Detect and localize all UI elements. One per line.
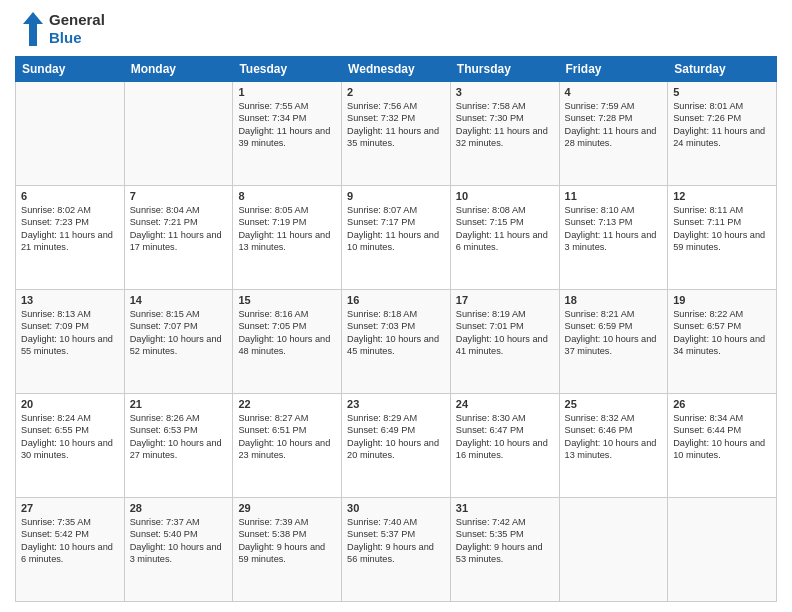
calendar-cell <box>16 82 125 186</box>
cell-text: Sunrise: 8:32 AM Sunset: 6:46 PM Dayligh… <box>565 412 663 462</box>
day-number: 20 <box>21 398 119 410</box>
logo-blue: Blue <box>49 29 105 47</box>
logo: General Blue <box>15 10 105 48</box>
calendar-cell: 13Sunrise: 8:13 AM Sunset: 7:09 PM Dayli… <box>16 290 125 394</box>
calendar-page: General Blue SundayMondayTuesdayWednesda… <box>0 0 792 612</box>
day-number: 19 <box>673 294 771 306</box>
cell-text: Sunrise: 7:42 AM Sunset: 5:35 PM Dayligh… <box>456 516 554 566</box>
day-number: 16 <box>347 294 445 306</box>
day-number: 18 <box>565 294 663 306</box>
cell-text: Sunrise: 8:15 AM Sunset: 7:07 PM Dayligh… <box>130 308 228 358</box>
cell-text: Sunrise: 7:35 AM Sunset: 5:42 PM Dayligh… <box>21 516 119 566</box>
weekday-header-wednesday: Wednesday <box>342 57 451 82</box>
cell-text: Sunrise: 8:34 AM Sunset: 6:44 PM Dayligh… <box>673 412 771 462</box>
weekday-header-tuesday: Tuesday <box>233 57 342 82</box>
calendar-cell: 7Sunrise: 8:04 AM Sunset: 7:21 PM Daylig… <box>124 186 233 290</box>
weekday-header-saturday: Saturday <box>668 57 777 82</box>
calendar-cell: 15Sunrise: 8:16 AM Sunset: 7:05 PM Dayli… <box>233 290 342 394</box>
calendar-cell: 2Sunrise: 7:56 AM Sunset: 7:32 PM Daylig… <box>342 82 451 186</box>
calendar-cell: 8Sunrise: 8:05 AM Sunset: 7:19 PM Daylig… <box>233 186 342 290</box>
day-number: 7 <box>130 190 228 202</box>
calendar-cell: 27Sunrise: 7:35 AM Sunset: 5:42 PM Dayli… <box>16 498 125 602</box>
cell-text: Sunrise: 8:05 AM Sunset: 7:19 PM Dayligh… <box>238 204 336 254</box>
svg-marker-0 <box>23 12 43 46</box>
calendar-cell: 23Sunrise: 8:29 AM Sunset: 6:49 PM Dayli… <box>342 394 451 498</box>
cell-text: Sunrise: 7:37 AM Sunset: 5:40 PM Dayligh… <box>130 516 228 566</box>
cell-text: Sunrise: 8:29 AM Sunset: 6:49 PM Dayligh… <box>347 412 445 462</box>
cell-text: Sunrise: 8:08 AM Sunset: 7:15 PM Dayligh… <box>456 204 554 254</box>
weekday-header-friday: Friday <box>559 57 668 82</box>
calendar-cell: 25Sunrise: 8:32 AM Sunset: 6:46 PM Dayli… <box>559 394 668 498</box>
cell-text: Sunrise: 7:40 AM Sunset: 5:37 PM Dayligh… <box>347 516 445 566</box>
cell-text: Sunrise: 7:58 AM Sunset: 7:30 PM Dayligh… <box>456 100 554 150</box>
cell-text: Sunrise: 7:56 AM Sunset: 7:32 PM Dayligh… <box>347 100 445 150</box>
day-number: 17 <box>456 294 554 306</box>
cell-text: Sunrise: 8:04 AM Sunset: 7:21 PM Dayligh… <box>130 204 228 254</box>
cell-text: Sunrise: 8:01 AM Sunset: 7:26 PM Dayligh… <box>673 100 771 150</box>
day-number: 2 <box>347 86 445 98</box>
cell-text: Sunrise: 8:18 AM Sunset: 7:03 PM Dayligh… <box>347 308 445 358</box>
day-number: 27 <box>21 502 119 514</box>
cell-text: Sunrise: 8:27 AM Sunset: 6:51 PM Dayligh… <box>238 412 336 462</box>
logo-bird-icon <box>15 10 45 48</box>
cell-text: Sunrise: 8:21 AM Sunset: 6:59 PM Dayligh… <box>565 308 663 358</box>
day-number: 9 <box>347 190 445 202</box>
cell-text: Sunrise: 7:55 AM Sunset: 7:34 PM Dayligh… <box>238 100 336 150</box>
calendar-cell: 20Sunrise: 8:24 AM Sunset: 6:55 PM Dayli… <box>16 394 125 498</box>
cell-text: Sunrise: 8:07 AM Sunset: 7:17 PM Dayligh… <box>347 204 445 254</box>
calendar-cell: 10Sunrise: 8:08 AM Sunset: 7:15 PM Dayli… <box>450 186 559 290</box>
week-row-3: 13Sunrise: 8:13 AM Sunset: 7:09 PM Dayli… <box>16 290 777 394</box>
calendar-cell: 1Sunrise: 7:55 AM Sunset: 7:34 PM Daylig… <box>233 82 342 186</box>
calendar-cell: 19Sunrise: 8:22 AM Sunset: 6:57 PM Dayli… <box>668 290 777 394</box>
day-number: 26 <box>673 398 771 410</box>
calendar-cell: 17Sunrise: 8:19 AM Sunset: 7:01 PM Dayli… <box>450 290 559 394</box>
calendar-table: SundayMondayTuesdayWednesdayThursdayFrid… <box>15 56 777 602</box>
calendar-cell: 29Sunrise: 7:39 AM Sunset: 5:38 PM Dayli… <box>233 498 342 602</box>
logo-general: General <box>49 11 105 29</box>
cell-text: Sunrise: 8:26 AM Sunset: 6:53 PM Dayligh… <box>130 412 228 462</box>
week-row-1: 1Sunrise: 7:55 AM Sunset: 7:34 PM Daylig… <box>16 82 777 186</box>
cell-text: Sunrise: 8:11 AM Sunset: 7:11 PM Dayligh… <box>673 204 771 254</box>
calendar-cell: 5Sunrise: 8:01 AM Sunset: 7:26 PM Daylig… <box>668 82 777 186</box>
cell-text: Sunrise: 8:10 AM Sunset: 7:13 PM Dayligh… <box>565 204 663 254</box>
calendar-cell: 11Sunrise: 8:10 AM Sunset: 7:13 PM Dayli… <box>559 186 668 290</box>
calendar-cell: 21Sunrise: 8:26 AM Sunset: 6:53 PM Dayli… <box>124 394 233 498</box>
calendar-cell <box>668 498 777 602</box>
day-number: 1 <box>238 86 336 98</box>
week-row-2: 6Sunrise: 8:02 AM Sunset: 7:23 PM Daylig… <box>16 186 777 290</box>
logo-container: General Blue <box>15 10 105 48</box>
calendar-cell: 6Sunrise: 8:02 AM Sunset: 7:23 PM Daylig… <box>16 186 125 290</box>
day-number: 21 <box>130 398 228 410</box>
day-number: 10 <box>456 190 554 202</box>
calendar-cell: 28Sunrise: 7:37 AM Sunset: 5:40 PM Dayli… <box>124 498 233 602</box>
day-number: 23 <box>347 398 445 410</box>
day-number: 3 <box>456 86 554 98</box>
day-number: 22 <box>238 398 336 410</box>
calendar-cell: 9Sunrise: 8:07 AM Sunset: 7:17 PM Daylig… <box>342 186 451 290</box>
day-number: 25 <box>565 398 663 410</box>
day-number: 12 <box>673 190 771 202</box>
cell-text: Sunrise: 8:30 AM Sunset: 6:47 PM Dayligh… <box>456 412 554 462</box>
header: General Blue <box>15 10 777 48</box>
calendar-cell: 26Sunrise: 8:34 AM Sunset: 6:44 PM Dayli… <box>668 394 777 498</box>
calendar-cell: 3Sunrise: 7:58 AM Sunset: 7:30 PM Daylig… <box>450 82 559 186</box>
cell-text: Sunrise: 7:59 AM Sunset: 7:28 PM Dayligh… <box>565 100 663 150</box>
logo-text: General Blue <box>49 11 105 47</box>
week-row-5: 27Sunrise: 7:35 AM Sunset: 5:42 PM Dayli… <box>16 498 777 602</box>
day-number: 24 <box>456 398 554 410</box>
cell-text: Sunrise: 8:24 AM Sunset: 6:55 PM Dayligh… <box>21 412 119 462</box>
weekday-header-thursday: Thursday <box>450 57 559 82</box>
calendar-cell: 24Sunrise: 8:30 AM Sunset: 6:47 PM Dayli… <box>450 394 559 498</box>
calendar-cell: 14Sunrise: 8:15 AM Sunset: 7:07 PM Dayli… <box>124 290 233 394</box>
day-number: 15 <box>238 294 336 306</box>
cell-text: Sunrise: 7:39 AM Sunset: 5:38 PM Dayligh… <box>238 516 336 566</box>
day-number: 13 <box>21 294 119 306</box>
cell-text: Sunrise: 8:19 AM Sunset: 7:01 PM Dayligh… <box>456 308 554 358</box>
calendar-cell <box>559 498 668 602</box>
cell-text: Sunrise: 8:22 AM Sunset: 6:57 PM Dayligh… <box>673 308 771 358</box>
day-number: 8 <box>238 190 336 202</box>
weekday-header-row: SundayMondayTuesdayWednesdayThursdayFrid… <box>16 57 777 82</box>
day-number: 4 <box>565 86 663 98</box>
calendar-cell: 12Sunrise: 8:11 AM Sunset: 7:11 PM Dayli… <box>668 186 777 290</box>
calendar-cell: 18Sunrise: 8:21 AM Sunset: 6:59 PM Dayli… <box>559 290 668 394</box>
